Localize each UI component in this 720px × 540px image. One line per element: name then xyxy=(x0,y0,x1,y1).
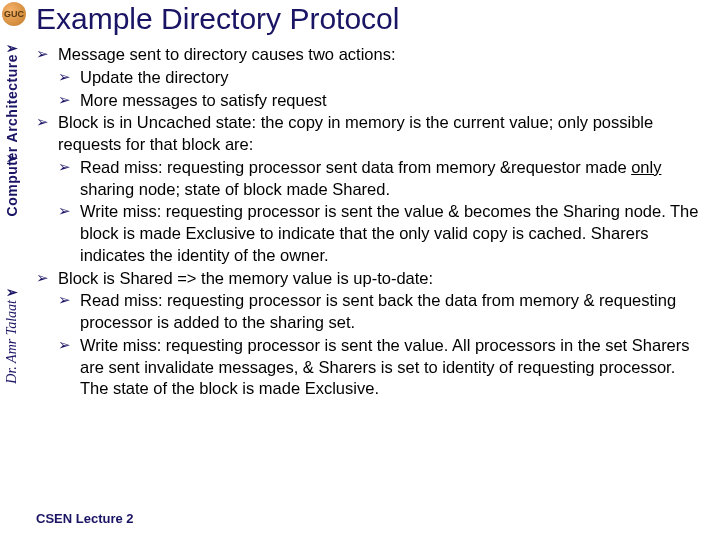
sidebar: GUC ➢ Computer Architecture ➢ ➢ Dr. Amr … xyxy=(0,0,28,540)
bullet-item: Block is Shared => the memory value is u… xyxy=(36,268,706,290)
logo: GUC xyxy=(0,0,28,28)
slide: GUC ➢ Computer Architecture ➢ ➢ Dr. Amr … xyxy=(0,0,720,540)
bullet-item: Read miss: requesting processor is sent … xyxy=(58,290,706,334)
side-bullet-icon: ➢ xyxy=(6,150,18,166)
bullet-text: sharing node; state of block made Shared… xyxy=(80,180,390,198)
bullet-item: Update the directory xyxy=(58,67,706,89)
bullet-item: Message sent to directory causes two act… xyxy=(36,44,706,66)
bullet-text: Read miss: requesting processor sent dat… xyxy=(80,158,631,176)
side-bullet-icon: ➢ xyxy=(6,284,18,300)
sidebar-course-label: Computer Architecture xyxy=(4,54,20,216)
bullet-item: Block is in Uncached state: the copy in … xyxy=(36,112,706,156)
bullet-item: Write miss: requesting processor is sent… xyxy=(58,335,706,400)
slide-title: Example Directory Protocol xyxy=(36,2,399,36)
bullet-item: Write miss: requesting processor is sent… xyxy=(58,201,706,266)
bullet-item: More messages to satisfy request xyxy=(58,90,706,112)
bullet-item: Read miss: requesting processor sent dat… xyxy=(58,157,706,201)
slide-content: Message sent to directory causes two act… xyxy=(36,44,706,401)
logo-badge: GUC xyxy=(2,2,26,26)
footer-label: CSEN Lecture 2 xyxy=(36,511,134,526)
sidebar-author-label: Dr. Amr Talaat xyxy=(4,300,20,384)
underlined-text: only xyxy=(631,158,661,176)
